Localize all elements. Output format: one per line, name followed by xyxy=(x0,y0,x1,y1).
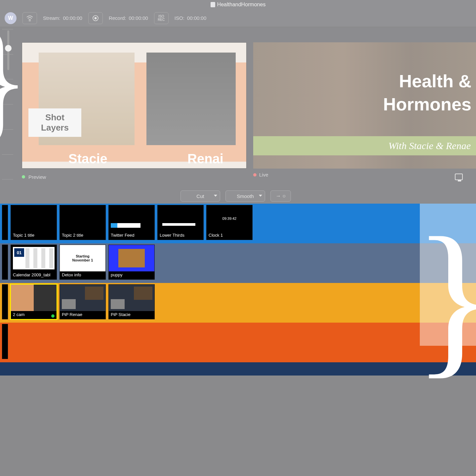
svg-point-1 xyxy=(94,17,97,19)
preview-dot-icon xyxy=(22,175,25,178)
toolbar: W Stream: 00:00:00 Record: 00:00:00 ISO … xyxy=(0,9,476,27)
shot-thumbnail[interactable]: Starting November 1Detox info xyxy=(60,245,106,280)
wifi-icon xyxy=(26,15,33,21)
shot-thumbnail[interactable]: PiP Renae xyxy=(60,284,106,319)
shot-thumbnail[interactable]: 01Calendar 2009_tabl xyxy=(11,245,57,280)
stream-time: 00:00:00 xyxy=(63,15,82,21)
record-time: 00:00:00 xyxy=(129,15,148,21)
shot-row: Topic 1 titleTopic 2 titleTwitter FeedLo… xyxy=(0,204,476,243)
shot-label: PiP Stacie xyxy=(109,311,154,319)
record-icon xyxy=(92,15,99,21)
shot-rows: Topic 1 titleTopic 2 titleTwitter FeedLo… xyxy=(0,204,476,376)
live-status: Live xyxy=(253,172,268,178)
transition-cut-dropdown[interactable]: Cut xyxy=(180,190,220,202)
iso-record-button[interactable]: ISO REC xyxy=(154,12,169,24)
shot-label: Lower Thirds xyxy=(158,232,203,240)
record-label: Record: xyxy=(109,15,126,21)
chevron-down-icon xyxy=(214,195,217,197)
stream-label: Stream: xyxy=(43,15,60,21)
stream-button[interactable] xyxy=(22,12,37,24)
shot-label: Topic 2 title xyxy=(60,232,105,240)
preview-status: Preview xyxy=(22,172,476,182)
shot-layers-callout: Shot Layers xyxy=(28,108,81,137)
live-window[interactable]: Health & Hormones With Stacie & Renae xyxy=(253,42,476,169)
shot-label: 2 cam xyxy=(11,311,57,319)
shot-thumbnail[interactable] xyxy=(2,245,8,280)
record-indicator-icon xyxy=(51,314,55,318)
live-dot-icon xyxy=(253,173,257,177)
live-title-line1: Health & xyxy=(399,71,471,91)
app-logo[interactable]: W xyxy=(5,12,17,24)
shot-label: Calendar 2009_tabl xyxy=(11,271,57,279)
shot-thumbnail[interactable]: Topic 1 title xyxy=(11,205,57,240)
shot-thumbnail[interactable] xyxy=(2,205,8,240)
monitor-icon[interactable] xyxy=(455,174,463,180)
shot-thumbnail[interactable] xyxy=(2,324,8,359)
shot-label xyxy=(2,311,8,319)
shot-label xyxy=(2,271,8,279)
iso-time: 00:00:00 xyxy=(187,15,206,21)
shot-thumbnail[interactable]: Lower Thirds xyxy=(157,205,204,240)
shot-label xyxy=(2,351,8,359)
iso-label: ISO: xyxy=(175,15,184,21)
volume-slider[interactable] xyxy=(7,30,9,70)
shot-label: PiP Renae xyxy=(60,311,105,319)
shot-thumbnail[interactable]: 2 cam xyxy=(11,284,57,319)
preview-window[interactable]: Stacie Renai xyxy=(22,42,247,169)
titlebar: HealthandHormones xyxy=(0,0,476,9)
file-icon xyxy=(211,2,215,7)
main-area: Stacie Renai Shot Layers Health & Hormon… xyxy=(0,27,476,204)
shot-thumbnail[interactable]: puppy xyxy=(108,245,155,280)
shot-label xyxy=(2,232,8,240)
document-name: HealthandHormones xyxy=(217,2,266,8)
shot-label: Topic 1 title xyxy=(11,232,57,240)
preview-left-name: Stacie xyxy=(68,151,107,166)
shot-thumbnail[interactable]: Topic 2 title xyxy=(60,205,106,240)
shot-thumbnail[interactable]: 09:39:42Clock 1 xyxy=(206,205,253,240)
preview-status-label: Preview xyxy=(28,174,46,180)
live-title-line2: Hormones xyxy=(383,94,471,114)
preview-right-name: Renai xyxy=(187,151,223,166)
go-button[interactable]: → ○ xyxy=(270,190,291,202)
shot-label: Clock 1 xyxy=(207,232,252,240)
shot-thumbnail[interactable]: PiP Stacie xyxy=(108,284,155,319)
live-status-label: Live xyxy=(259,172,268,178)
shot-row: 01Calendar 2009_tablStarting November 1D… xyxy=(0,243,476,283)
shot-label: Twitter Feed xyxy=(109,232,154,240)
shot-row: 2 camPiP RenaePiP Stacie xyxy=(0,283,476,323)
shot-row xyxy=(0,362,476,376)
document-title: HealthandHormones xyxy=(211,2,266,8)
shot-row xyxy=(0,323,476,362)
chevron-down-icon xyxy=(259,195,262,197)
transition-smooth-dropdown[interactable]: Smooth xyxy=(225,190,265,202)
slider-knob[interactable] xyxy=(5,45,12,52)
live-ribbon: With Stacie & Renae xyxy=(253,136,476,155)
shot-label: puppy xyxy=(109,271,154,279)
preview-cam-right xyxy=(146,53,236,145)
transition-row: Cut Smooth → ○ xyxy=(0,188,476,204)
shot-thumbnail[interactable]: Twitter Feed xyxy=(108,205,155,240)
shot-label: Detox info xyxy=(60,271,105,279)
record-button[interactable] xyxy=(88,12,103,24)
shot-thumbnail[interactable] xyxy=(2,284,8,319)
